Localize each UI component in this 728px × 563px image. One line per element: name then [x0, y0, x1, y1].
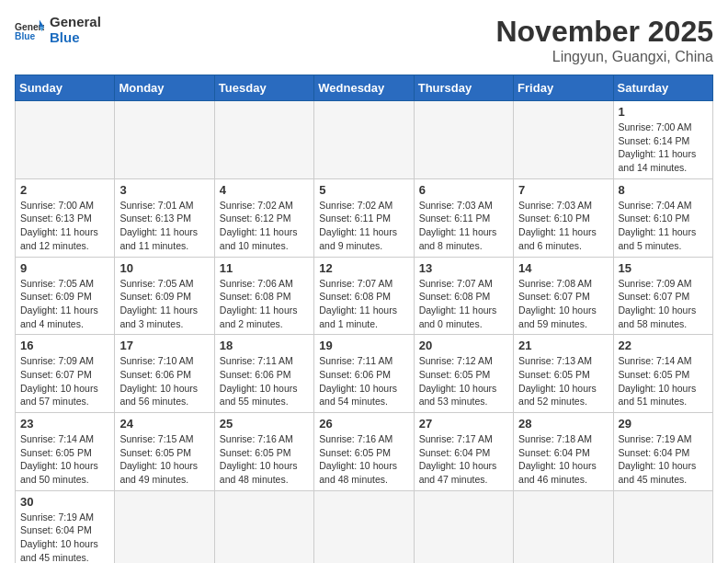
calendar-cell: [314, 490, 414, 563]
calendar-cell: 2Sunrise: 7:00 AM Sunset: 6:13 PM Daylig…: [16, 178, 115, 257]
weekday-header: Saturday: [613, 75, 712, 101]
day-info: Sunrise: 7:06 AM Sunset: 6:08 PM Dayligh…: [220, 277, 309, 331]
day-info: Sunrise: 7:03 AM Sunset: 6:10 PM Dayligh…: [518, 199, 608, 253]
weekday-header-row: SundayMondayTuesdayWednesdayThursdayFrid…: [16, 75, 713, 101]
day-number: 7: [518, 183, 608, 197]
day-number: 19: [319, 339, 408, 352]
calendar-cell: [214, 490, 313, 563]
calendar-cell: 20Sunrise: 7:12 AM Sunset: 6:05 PM Dayli…: [414, 335, 513, 413]
calendar-cell: 5Sunrise: 7:02 AM Sunset: 6:11 PM Daylig…: [314, 178, 414, 257]
calendar-cell: [414, 101, 513, 179]
day-number: 30: [20, 495, 109, 509]
day-number: 5: [319, 183, 408, 197]
calendar-cell: 16Sunrise: 7:09 AM Sunset: 6:07 PM Dayli…: [16, 335, 115, 413]
day-number: 1: [619, 105, 708, 119]
day-number: 17: [119, 339, 209, 352]
day-number: 11: [220, 261, 309, 275]
logo-general-text: General: [50, 15, 101, 30]
weekday-header: Tuesday: [214, 75, 313, 101]
day-number: 21: [518, 339, 608, 352]
calendar-cell: 11Sunrise: 7:06 AM Sunset: 6:08 PM Dayli…: [214, 257, 313, 335]
day-number: 23: [20, 417, 109, 431]
calendar-cell: 1Sunrise: 7:00 AM Sunset: 6:14 PM Daylig…: [613, 101, 712, 179]
day-info: Sunrise: 7:12 AM Sunset: 6:05 PM Dayligh…: [419, 354, 508, 408]
calendar-cell: 4Sunrise: 7:02 AM Sunset: 6:12 PM Daylig…: [214, 178, 313, 257]
calendar-week-row: 1Sunrise: 7:00 AM Sunset: 6:14 PM Daylig…: [16, 101, 713, 179]
day-info: Sunrise: 7:07 AM Sunset: 6:08 PM Dayligh…: [319, 277, 408, 331]
day-number: 14: [518, 261, 608, 275]
logo-blue-text: Blue: [50, 30, 101, 46]
calendar-cell: 12Sunrise: 7:07 AM Sunset: 6:08 PM Dayli…: [314, 257, 414, 335]
day-number: 26: [319, 417, 408, 431]
calendar-cell: 29Sunrise: 7:19 AM Sunset: 6:04 PM Dayli…: [613, 413, 712, 491]
day-info: Sunrise: 7:02 AM Sunset: 6:12 PM Dayligh…: [220, 199, 309, 253]
calendar-cell: 14Sunrise: 7:08 AM Sunset: 6:07 PM Dayli…: [514, 257, 613, 335]
day-number: 16: [20, 339, 109, 352]
page-header: General Blue General Blue November 2025 …: [15, 15, 713, 65]
day-number: 24: [119, 417, 209, 431]
day-info: Sunrise: 7:01 AM Sunset: 6:13 PM Dayligh…: [119, 199, 209, 253]
calendar-cell: 9Sunrise: 7:05 AM Sunset: 6:09 PM Daylig…: [16, 257, 115, 335]
weekday-header: Monday: [115, 75, 214, 101]
day-number: 27: [419, 417, 508, 431]
calendar-cell: 19Sunrise: 7:11 AM Sunset: 6:06 PM Dayli…: [314, 335, 414, 413]
day-info: Sunrise: 7:16 AM Sunset: 6:05 PM Dayligh…: [220, 432, 309, 487]
day-info: Sunrise: 7:19 AM Sunset: 6:04 PM Dayligh…: [619, 432, 708, 487]
day-info: Sunrise: 7:11 AM Sunset: 6:06 PM Dayligh…: [319, 354, 408, 408]
weekday-header: Friday: [514, 75, 613, 101]
calendar-cell: 24Sunrise: 7:15 AM Sunset: 6:05 PM Dayli…: [115, 413, 214, 491]
calendar-week-row: 2Sunrise: 7:00 AM Sunset: 6:13 PM Daylig…: [16, 178, 713, 257]
weekday-header: Thursday: [414, 75, 513, 101]
day-info: Sunrise: 7:00 AM Sunset: 6:13 PM Dayligh…: [20, 199, 109, 253]
calendar-cell: [115, 101, 214, 179]
day-info: Sunrise: 7:08 AM Sunset: 6:07 PM Dayligh…: [518, 277, 608, 331]
calendar-cell: 28Sunrise: 7:18 AM Sunset: 6:04 PM Dayli…: [514, 413, 613, 491]
calendar-week-row: 30Sunrise: 7:19 AM Sunset: 6:04 PM Dayli…: [16, 490, 713, 563]
calendar-table: SundayMondayTuesdayWednesdayThursdayFrid…: [15, 75, 713, 563]
day-number: 15: [619, 261, 708, 275]
calendar-cell: 6Sunrise: 7:03 AM Sunset: 6:11 PM Daylig…: [414, 178, 513, 257]
day-number: 6: [419, 183, 508, 197]
day-info: Sunrise: 7:19 AM Sunset: 6:04 PM Dayligh…: [20, 511, 109, 563]
calendar-cell: 10Sunrise: 7:05 AM Sunset: 6:09 PM Dayli…: [115, 257, 214, 335]
calendar-week-row: 23Sunrise: 7:14 AM Sunset: 6:05 PM Dayli…: [16, 413, 713, 491]
calendar-cell: 3Sunrise: 7:01 AM Sunset: 6:13 PM Daylig…: [115, 178, 214, 257]
day-info: Sunrise: 7:14 AM Sunset: 6:05 PM Dayligh…: [20, 432, 109, 487]
month-title: November 2025: [495, 15, 713, 49]
day-number: 12: [319, 261, 408, 275]
calendar-cell: 18Sunrise: 7:11 AM Sunset: 6:06 PM Dayli…: [214, 335, 313, 413]
day-info: Sunrise: 7:14 AM Sunset: 6:05 PM Dayligh…: [619, 354, 708, 408]
calendar-cell: 21Sunrise: 7:13 AM Sunset: 6:05 PM Dayli…: [514, 335, 613, 413]
day-number: 8: [619, 183, 708, 197]
day-number: 2: [20, 183, 109, 197]
logo-icon: General Blue: [15, 17, 44, 43]
day-info: Sunrise: 7:02 AM Sunset: 6:11 PM Dayligh…: [319, 199, 408, 253]
day-info: Sunrise: 7:09 AM Sunset: 6:07 PM Dayligh…: [20, 354, 109, 408]
day-info: Sunrise: 7:09 AM Sunset: 6:07 PM Dayligh…: [619, 277, 708, 331]
day-info: Sunrise: 7:11 AM Sunset: 6:06 PM Dayligh…: [220, 354, 309, 408]
calendar-cell: 17Sunrise: 7:10 AM Sunset: 6:06 PM Dayli…: [115, 335, 214, 413]
calendar-cell: [314, 101, 414, 179]
day-info: Sunrise: 7:00 AM Sunset: 6:14 PM Dayligh…: [619, 121, 708, 175]
day-info: Sunrise: 7:03 AM Sunset: 6:11 PM Dayligh…: [419, 199, 508, 253]
calendar-cell: 13Sunrise: 7:07 AM Sunset: 6:08 PM Dayli…: [414, 257, 513, 335]
calendar-cell: 30Sunrise: 7:19 AM Sunset: 6:04 PM Dayli…: [16, 490, 115, 563]
day-info: Sunrise: 7:05 AM Sunset: 6:09 PM Dayligh…: [20, 277, 109, 331]
calendar-week-row: 9Sunrise: 7:05 AM Sunset: 6:09 PM Daylig…: [16, 257, 713, 335]
calendar-week-row: 16Sunrise: 7:09 AM Sunset: 6:07 PM Dayli…: [16, 335, 713, 413]
calendar-cell: 25Sunrise: 7:16 AM Sunset: 6:05 PM Dayli…: [214, 413, 313, 491]
calendar-cell: [115, 490, 214, 563]
day-info: Sunrise: 7:07 AM Sunset: 6:08 PM Dayligh…: [419, 277, 508, 331]
day-number: 22: [619, 339, 708, 352]
calendar-cell: 15Sunrise: 7:09 AM Sunset: 6:07 PM Dayli…: [613, 257, 712, 335]
location: Lingyun, Guangxi, China: [495, 49, 713, 65]
calendar-cell: 23Sunrise: 7:14 AM Sunset: 6:05 PM Dayli…: [16, 413, 115, 491]
day-number: 3: [119, 183, 209, 197]
calendar-cell: 22Sunrise: 7:14 AM Sunset: 6:05 PM Dayli…: [613, 335, 712, 413]
day-number: 18: [220, 339, 309, 352]
day-info: Sunrise: 7:17 AM Sunset: 6:04 PM Dayligh…: [419, 432, 508, 487]
day-info: Sunrise: 7:15 AM Sunset: 6:05 PM Dayligh…: [119, 432, 209, 487]
day-info: Sunrise: 7:04 AM Sunset: 6:10 PM Dayligh…: [619, 199, 708, 253]
calendar-cell: [514, 101, 613, 179]
calendar-cell: 7Sunrise: 7:03 AM Sunset: 6:10 PM Daylig…: [514, 178, 613, 257]
